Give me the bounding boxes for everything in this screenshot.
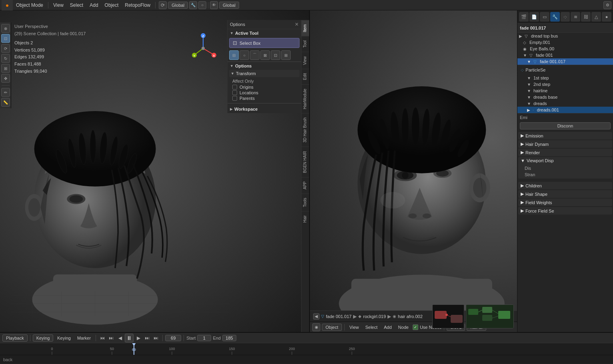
tab-item[interactable]: Item [302, 20, 309, 36]
tab-hair[interactable]: Hair [302, 211, 309, 227]
select-tool[interactable]: ⊡ [1, 34, 10, 43]
outliner-item-eyeballs[interactable]: ◉ Eye Balls.00 [517, 46, 613, 52]
view-layer-icon[interactable]: 📄 [529, 12, 539, 22]
viewport-left[interactable]: ⊕ ⊡ ⟳ ↻ ⊞ ✥ ✏ 📏 User Perspective (29) Sc… [0, 10, 310, 332]
node-add-menu[interactable]: Add [381, 324, 394, 330]
outliner-item-fade001-017[interactable]: ▼ ▽ fade 001.017 [517, 58, 613, 65]
active-tool-header[interactable]: ▼ Active Tool [228, 29, 301, 37]
tab-app[interactable]: APP [302, 177, 309, 193]
node-view-menu[interactable]: View [347, 324, 361, 330]
end-frame-field[interactable]: 185 [222, 335, 236, 341]
outliner-item-fade001[interactable]: ▼ ▽ fade 001 [517, 52, 613, 58]
breadcrumb-back[interactable]: ◀ [313, 313, 319, 320]
tab-hairmodule[interactable]: HairModule [302, 84, 309, 113]
particles-icon[interactable]: ·:· [561, 12, 570, 22]
outliner-item-dreads001[interactable]: ▶ · dreads.001 [517, 107, 613, 113]
outliner-item-hairline[interactable]: ▼ hairline [517, 88, 613, 94]
tab-tool[interactable]: Tool [302, 36, 309, 52]
menu-retopoflow[interactable]: RetopoFlow [122, 2, 154, 9]
move-tool[interactable]: ⟳ [1, 44, 10, 53]
tab-edit[interactable]: Edit [302, 69, 309, 84]
tl-marker-menu[interactable]: Marker [75, 335, 93, 341]
material-icon[interactable]: ● [602, 12, 611, 22]
menu-object[interactable]: Object [102, 2, 122, 9]
outliner-item-dreadsbase[interactable]: ▼ dreads base [517, 94, 613, 100]
global-orientation[interactable]: Global [168, 2, 188, 9]
breadcrumb-item-1[interactable]: fade 001.017 [326, 314, 351, 319]
object-icon[interactable]: ▭ [540, 12, 549, 22]
play-back-btn[interactable]: ◀ [116, 334, 124, 342]
current-frame-field[interactable]: 69 [165, 335, 181, 341]
scene-icon[interactable]: 🎬 [519, 12, 529, 22]
play-fwd-btn[interactable]: ▶ [134, 334, 142, 342]
jump-end-btn[interactable]: ⏭ [152, 334, 160, 342]
tl-view-menu[interactable]: Keying [55, 335, 73, 341]
outliner-item-empty[interactable]: ◇ Empty.001 [517, 39, 613, 46]
origins-checkbox[interactable] [232, 85, 237, 90]
playback-dropdown[interactable]: Playback [2, 334, 28, 342]
transform-gizmo-btn[interactable]: ⟳ [159, 1, 167, 9]
outliner-item-dread-top-bus[interactable]: ▶ ▽ dread top bus [517, 33, 613, 39]
snap-btn[interactable]: 🔧 [189, 1, 197, 9]
menu-view[interactable]: View [50, 2, 67, 9]
global-pivot[interactable]: Global [219, 2, 239, 9]
menu-object-mode[interactable]: Object Mode [13, 2, 46, 9]
annotate-tool[interactable]: ✏ [1, 88, 10, 97]
node-node-menu[interactable]: Node [396, 324, 411, 330]
data-icon[interactable]: △ [591, 12, 601, 22]
transform-tool[interactable]: ✥ [1, 74, 10, 83]
select-box-btn[interactable]: ⊡ Select Box [229, 38, 300, 48]
force-field-header[interactable]: ▶ Force Field Se [518, 207, 612, 215]
locations-checkbox[interactable] [232, 90, 237, 95]
start-frame-field[interactable]: 1 [197, 335, 211, 341]
viewport-right[interactable]: 🎬 📄 ▭ 🔧 ·:· ≋ ⛓ △ ● fade 00 [310, 10, 613, 332]
select-none-icon-btn[interactable]: ⊡ [271, 50, 280, 60]
cursor-tool[interactable]: ⊕ [1, 24, 10, 33]
render-header[interactable]: ▶ Render [518, 149, 612, 156]
node-editor-toggle[interactable]: ◉ [312, 323, 320, 331]
node-select-menu[interactable]: Select [363, 324, 380, 330]
scale-tool[interactable]: ⊞ [1, 64, 10, 73]
menu-select[interactable]: Select [67, 2, 86, 9]
breadcrumb-item-3[interactable]: hair afro.002 [398, 314, 423, 319]
parents-checkbox[interactable] [232, 96, 237, 101]
outliner-item-dreads[interactable]: ▼ dreads [517, 100, 613, 107]
modifier-icon[interactable]: 🔧 [550, 12, 560, 22]
physics-icon[interactable]: ≋ [571, 12, 580, 22]
jump-start-btn[interactable]: ⏮ [98, 334, 106, 342]
outliner-item-2ndstep[interactable]: ▼ 2nd step [517, 81, 613, 88]
left-3d-scene[interactable] [11, 20, 229, 332]
outliner-item-1ststep[interactable]: ▼ 1st step [517, 75, 613, 81]
viewport-disp-header[interactable]: ▼ Viewport Disp [518, 157, 612, 164]
settings-btn[interactable]: ⚙ [603, 1, 611, 9]
disconnect-btn[interactable]: Disconn [520, 122, 611, 129]
tab-tools[interactable]: Tools [302, 193, 309, 211]
hair-shape-header[interactable]: ▶ Hair Shape [518, 190, 612, 198]
breadcrumb-item-2[interactable]: rockgirl.019 [363, 314, 386, 319]
options-close-icon[interactable]: ✕ [295, 22, 299, 27]
node-object-btn[interactable]: Object [322, 324, 342, 331]
transform-header[interactable]: ▼ Transform [229, 70, 300, 77]
menu-add[interactable]: Add [86, 2, 101, 9]
step-back-btn[interactable]: ⏭ [107, 334, 115, 342]
select-box-icon-btn[interactable]: ⊟ [229, 50, 239, 60]
node-thumb-2[interactable] [466, 304, 514, 328]
tab-3dhairbrush[interactable]: 3D Hair Brush [302, 113, 309, 147]
view-layer-btn[interactable]: 👁 [210, 1, 218, 9]
use-nodes-checkbox[interactable]: ✓ [413, 324, 418, 330]
right-3d-scene[interactable] [310, 10, 517, 332]
workspace-header[interactable]: ▶ Workspace [228, 105, 301, 113]
field-weights-header[interactable]: ▶ Field Weights [518, 199, 612, 206]
options-options-header[interactable]: ▼ Options [228, 62, 301, 70]
select-inv-icon-btn[interactable]: ⊞ [281, 50, 291, 60]
select-lasso-icon-btn[interactable]: ⌒ [250, 50, 260, 60]
measure-tool[interactable]: 📏 [1, 98, 10, 107]
rotate-tool[interactable]: ↻ [1, 54, 10, 63]
hair-dyn-header[interactable]: ▶ Hair Dynam [518, 140, 612, 148]
step-fwd-btn[interactable]: ⏭ [143, 334, 151, 342]
tab-bgenhair[interactable]: BGEN HAIR [302, 147, 309, 177]
timeline-ruler[interactable]: 0 50 100 150 200 250 69 [0, 343, 613, 355]
keying-btn[interactable]: Keying [33, 334, 54, 342]
children-header[interactable]: ▶ Children [518, 182, 612, 189]
emission-header[interactable]: ▶ Emission [518, 132, 612, 139]
